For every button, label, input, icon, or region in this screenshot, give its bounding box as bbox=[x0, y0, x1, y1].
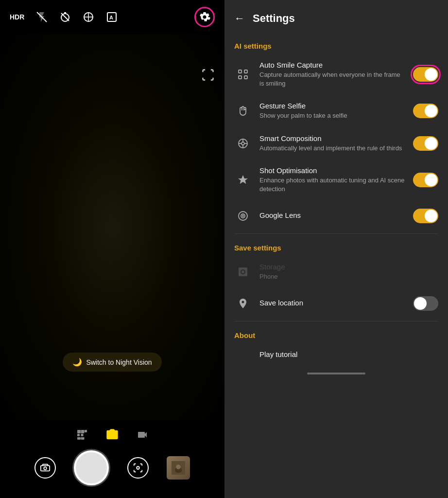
camera-viewfinder: 🌙 Switch to Night Vision bbox=[0, 34, 224, 420]
svg-rect-22 bbox=[239, 76, 241, 79]
gesture-selfie-toggle-knob bbox=[425, 105, 437, 117]
shot-optimisation-title: Shot Optimisation bbox=[259, 166, 405, 175]
hdr-button[interactable]: HDR bbox=[10, 13, 24, 21]
smart-composition-title: Smart Composition bbox=[259, 134, 405, 142]
svg-rect-23 bbox=[244, 76, 247, 79]
gallery-mode-icon[interactable] bbox=[76, 429, 88, 444]
shot-optimisation-icon bbox=[234, 171, 252, 189]
gesture-selfie-title: Gesture Selfie bbox=[259, 102, 405, 110]
google-lens-toggle[interactable] bbox=[413, 209, 438, 223]
aspect-ratio-icon[interactable] bbox=[83, 11, 94, 23]
last-photo-thumbnail[interactable] bbox=[167, 456, 190, 480]
camera-controls-row bbox=[34, 450, 190, 485]
smart-composition-toggle-knob bbox=[425, 137, 437, 150]
svg-rect-11 bbox=[77, 434, 80, 436]
save-location-item[interactable]: Save location bbox=[224, 288, 448, 319]
save-location-toggle-knob bbox=[414, 297, 427, 310]
google-lens-title: Google Lens bbox=[259, 211, 405, 219]
ai-settings-section-header: AI settings bbox=[224, 34, 448, 54]
svg-text:A: A bbox=[109, 15, 113, 20]
auto-smile-toggle-knob bbox=[425, 68, 437, 81]
save-location-toggle[interactable] bbox=[413, 296, 438, 311]
svg-point-16 bbox=[137, 467, 139, 470]
scan-frame-icon[interactable] bbox=[201, 68, 215, 85]
svg-rect-9 bbox=[81, 430, 85, 433]
svg-rect-14 bbox=[81, 437, 85, 440]
gesture-selfie-desc: Show your palm to take a selfie bbox=[259, 111, 405, 120]
timer-off-icon[interactable] bbox=[59, 11, 71, 23]
smart-composition-toggle[interactable] bbox=[413, 136, 438, 151]
night-vision-label: Switch to Night Vision bbox=[86, 358, 152, 366]
google-lens-content: Google Lens bbox=[259, 211, 405, 221]
save-location-icon bbox=[234, 295, 252, 312]
gesture-selfie-item[interactable]: Gesture Selfie Show your palm to take a … bbox=[224, 95, 448, 127]
svg-rect-12 bbox=[81, 434, 84, 436]
auto-smile-desc: Capture automatically when everyone in t… bbox=[259, 71, 405, 88]
settings-header: ← Settings bbox=[224, 0, 448, 34]
shot-optimisation-toggle-knob bbox=[425, 174, 437, 186]
play-tutorial-title: Play tutorial bbox=[259, 350, 438, 358]
gesture-selfie-toggle[interactable] bbox=[413, 104, 438, 118]
camera-top-bar: HDR bbox=[0, 0, 224, 34]
smart-composition-desc: Automatically level and implement the ru… bbox=[259, 144, 405, 153]
save-location-title: Save location bbox=[259, 299, 405, 307]
svg-point-15 bbox=[44, 467, 47, 470]
smart-composition-content: Smart Composition Automatically level an… bbox=[259, 134, 405, 153]
auto-smile-toggle[interactable] bbox=[413, 67, 438, 82]
night-vision-button[interactable]: 🌙 Switch to Night Vision bbox=[63, 353, 161, 372]
about-section-header: About bbox=[224, 323, 448, 343]
storage-title: Storage bbox=[259, 263, 438, 271]
svg-point-19 bbox=[176, 465, 180, 469]
mode-selector bbox=[76, 428, 148, 445]
play-tutorial-item[interactable]: Play tutorial bbox=[224, 343, 448, 367]
play-tutorial-content: Play tutorial bbox=[234, 350, 438, 360]
shutter-button[interactable] bbox=[74, 450, 109, 485]
smart-composition-item[interactable]: Smart Composition Automatically level an… bbox=[224, 127, 448, 160]
settings-bottom-indicator bbox=[307, 373, 365, 374]
flip-camera-button[interactable] bbox=[34, 457, 56, 479]
gesture-selfie-content: Gesture Selfie Show your palm to take a … bbox=[259, 102, 405, 120]
svg-rect-10 bbox=[85, 430, 87, 432]
svg-rect-20 bbox=[239, 70, 241, 73]
section-divider-1 bbox=[234, 233, 438, 234]
back-button[interactable]: ← bbox=[234, 12, 245, 25]
text-mode-icon[interactable]: A bbox=[106, 11, 118, 23]
gesture-selfie-icon bbox=[234, 102, 252, 120]
auto-smile-icon bbox=[234, 66, 252, 83]
shot-optimisation-toggle[interactable] bbox=[413, 173, 438, 187]
auto-smile-capture-item[interactable]: Auto Smile Capture Capture automatically… bbox=[224, 54, 448, 95]
settings-gear-button[interactable] bbox=[194, 7, 215, 27]
storage-icon bbox=[234, 263, 252, 281]
svg-point-32 bbox=[242, 215, 243, 216]
smart-composition-icon bbox=[234, 135, 252, 152]
save-settings-section-header: Save settings bbox=[224, 236, 448, 256]
shot-optimisation-content: Shot Optimisation Enhance photos with au… bbox=[259, 166, 405, 194]
svg-rect-21 bbox=[244, 70, 247, 73]
storage-content: Storage Phone bbox=[259, 263, 438, 281]
shot-optimisation-desc: Enhance photos with automatic tuning and… bbox=[259, 176, 405, 194]
video-mode-icon[interactable] bbox=[137, 429, 148, 444]
photo-mode-icon[interactable] bbox=[105, 428, 119, 445]
svg-point-25 bbox=[241, 142, 244, 145]
save-location-content: Save location bbox=[259, 299, 405, 308]
camera-bottom-controls bbox=[0, 420, 224, 498]
google-lens-icon bbox=[234, 207, 252, 225]
google-lens-item[interactable]: Google Lens bbox=[224, 200, 448, 231]
settings-title: Settings bbox=[253, 12, 295, 25]
google-lens-toggle-knob bbox=[425, 210, 437, 222]
auto-smile-content: Auto Smile Capture Capture automatically… bbox=[259, 61, 405, 88]
storage-item: Storage Phone bbox=[224, 256, 448, 288]
storage-desc: Phone bbox=[259, 272, 438, 281]
moon-icon: 🌙 bbox=[72, 357, 82, 367]
svg-rect-8 bbox=[77, 430, 81, 433]
af-focus-button[interactable] bbox=[127, 457, 149, 479]
settings-panel: ← Settings AI settings Auto Smile Captur… bbox=[224, 0, 448, 498]
auto-smile-title: Auto Smile Capture bbox=[259, 61, 405, 69]
flash-off-icon[interactable] bbox=[36, 11, 48, 23]
shot-optimisation-item[interactable]: Shot Optimisation Enhance photos with au… bbox=[224, 160, 448, 200]
svg-rect-13 bbox=[77, 437, 81, 440]
section-divider-2 bbox=[234, 321, 438, 321]
camera-panel: HDR bbox=[0, 0, 224, 498]
